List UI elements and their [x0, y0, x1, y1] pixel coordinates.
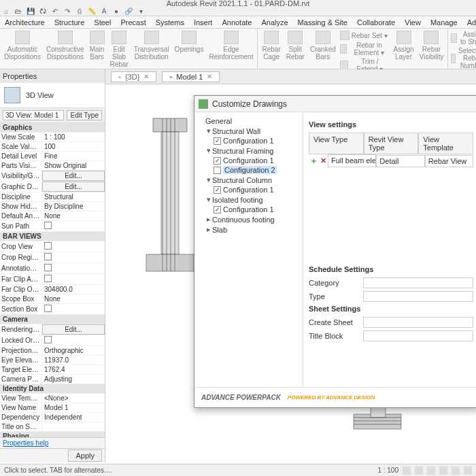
- ribbon-button[interactable]: EditSlab Rebar: [107, 30, 131, 69]
- property-row[interactable]: Scope BoxNone: [0, 294, 105, 304]
- property-value[interactable]: Independent: [42, 413, 105, 422]
- property-group[interactable]: Identity Data: [0, 384, 105, 394]
- tree-expand-icon[interactable]: ▾: [205, 195, 212, 204]
- property-value[interactable]: Model 1: [42, 403, 105, 412]
- property-value[interactable]: <None>: [42, 394, 105, 403]
- ribbon-button-small[interactable]: Rebar in Element ▾: [339, 41, 391, 57]
- ribbon-tab[interactable]: Systems: [151, 17, 189, 28]
- tree-checkbox[interactable]: ✓: [214, 206, 221, 214]
- status-icon[interactable]: [452, 466, 460, 475]
- status-icon[interactable]: [415, 466, 423, 475]
- tree-checkbox[interactable]: ✓: [214, 157, 221, 165]
- property-row[interactable]: DisciplineStructural: [0, 192, 105, 202]
- property-row[interactable]: Visibility/Graphics O...Edit...: [0, 171, 105, 182]
- grid-header-viewtemplate[interactable]: View Template: [418, 133, 473, 154]
- ribbon-button-small[interactable]: Assign to Sheet: [449, 30, 476, 46]
- delete-row-icon[interactable]: ✕: [318, 156, 328, 165]
- qat-sync-icon[interactable]: 🗘: [38, 7, 48, 16]
- grid-header-revitviewtype[interactable]: Revit View Type: [364, 133, 419, 154]
- ribbon-button[interactable]: AssignLayer: [391, 30, 417, 61]
- status-icon[interactable]: [439, 466, 447, 475]
- property-value[interactable]: [42, 426, 105, 428]
- ribbon-button[interactable]: EdgeReinforcement: [206, 30, 256, 61]
- tree-node[interactable]: ▾Isolated footing: [194, 194, 303, 205]
- property-row[interactable]: Section Box: [0, 304, 105, 315]
- ribbon-button[interactable]: AutomaticDispositions: [1, 30, 44, 61]
- property-value[interactable]: 1 : 100: [42, 133, 105, 141]
- ribbon-button[interactable]: MainBars: [87, 30, 107, 61]
- property-value[interactable]: 304800.0: [42, 285, 105, 294]
- type-selector-dropdown[interactable]: 3D View: Model 1: [3, 110, 64, 120]
- qat-open-icon[interactable]: 🗁: [14, 7, 23, 16]
- ribbon-button[interactable]: Openings: [172, 30, 207, 54]
- tree-node[interactable]: ▸Continuous footing: [194, 214, 303, 224]
- ribbon-button[interactable]: TransversalDistribution: [131, 30, 172, 61]
- qat-measure-icon[interactable]: 📏: [87, 7, 97, 16]
- property-value[interactable]: 11937.0: [42, 356, 105, 364]
- property-group[interactable]: Graphics: [0, 123, 105, 133]
- view-tab[interactable]: ▫{3D}✕: [111, 71, 156, 82]
- tree-node[interactable]: ▸Slab: [194, 224, 303, 235]
- property-value[interactable]: By Discipline: [42, 202, 105, 211]
- ribbon-button[interactable]: RebarCage: [259, 30, 283, 61]
- ribbon-tab[interactable]: Insert: [189, 17, 218, 28]
- tree-expand-icon[interactable]: ▾: [205, 126, 212, 135]
- property-row[interactable]: Graphic Display Opti...Edit...: [0, 182, 105, 192]
- qat-link-icon[interactable]: 🔗: [124, 7, 133, 16]
- ribbon-tab[interactable]: Massing & Site: [293, 17, 352, 28]
- status-icon[interactable]: [427, 466, 435, 475]
- ribbon-tab[interactable]: Add-Ins: [462, 17, 476, 28]
- view-tab[interactable]: ▫Model 1✕: [162, 71, 220, 82]
- ribbon-button[interactable]: CrankedBars: [307, 30, 339, 61]
- property-row[interactable]: Title on Sheet: [0, 422, 105, 432]
- qat-dot-icon[interactable]: ●: [112, 7, 121, 16]
- tree-checkbox[interactable]: [214, 167, 221, 174]
- property-value[interactable]: None: [42, 294, 105, 303]
- property-row[interactable]: View Scale1 : 100: [0, 133, 105, 142]
- property-value[interactable]: [42, 221, 105, 231]
- apply-button[interactable]: Apply: [68, 449, 102, 462]
- property-value[interactable]: Show Original: [42, 161, 105, 170]
- type-dropdown[interactable]: [363, 291, 473, 302]
- tree-checkbox[interactable]: ✓: [214, 137, 221, 145]
- grid-cell-revitviewtype[interactable]: Detail: [376, 155, 424, 167]
- property-row[interactable]: Crop Region Visible: [0, 252, 105, 263]
- property-row[interactable]: Projection ModeOrthographic: [0, 346, 105, 356]
- qat-print-icon[interactable]: ⎙: [75, 7, 84, 16]
- property-value[interactable]: Edit...: [42, 171, 105, 181]
- property-value[interactable]: Fine: [42, 152, 105, 160]
- ribbon-tab[interactable]: View: [400, 17, 426, 28]
- tree-node[interactable]: General: [194, 116, 303, 126]
- status-icon[interactable]: [403, 466, 411, 475]
- ribbon-tab[interactable]: Manage: [426, 17, 462, 28]
- close-icon[interactable]: ✕: [207, 73, 212, 80]
- property-value[interactable]: [42, 252, 105, 262]
- property-group[interactable]: Camera: [0, 315, 105, 324]
- status-icon[interactable]: [464, 466, 472, 475]
- qat-dropdown-icon[interactable]: ▾: [136, 7, 146, 16]
- tree-pane[interactable]: General▾Structural Wall✓Configuration 1▾…: [194, 112, 303, 387]
- category-dropdown[interactable]: [363, 277, 473, 288]
- property-value[interactable]: Orthographic: [42, 346, 105, 355]
- create-sheet-dropdown[interactable]: [363, 317, 473, 328]
- tree-node[interactable]: ▾Structural Column: [194, 175, 303, 185]
- property-row[interactable]: Default Analysis Disp...None: [0, 211, 105, 221]
- status-scale[interactable]: 1 : 100: [377, 466, 398, 474]
- property-value[interactable]: Adjusting: [42, 375, 105, 384]
- ribbon-button[interactable]: RebarVisibility: [417, 30, 447, 61]
- tree-node[interactable]: ✓Configuration 1: [194, 205, 303, 214]
- property-value[interactable]: [42, 241, 105, 252]
- property-value[interactable]: 1762.4: [42, 365, 105, 374]
- property-row[interactable]: Far Clip Active: [0, 274, 105, 285]
- close-icon[interactable]: ✕: [143, 73, 149, 80]
- qat-text-icon[interactable]: A: [99, 7, 109, 16]
- tree-node[interactable]: ✓Configuration 1: [194, 156, 303, 165]
- property-row[interactable]: Eye Elevation11937.0: [0, 356, 105, 365]
- ribbon-tab[interactable]: Structure: [50, 17, 90, 28]
- property-row[interactable]: Crop View: [0, 241, 105, 252]
- qat-home-icon[interactable]: ⌂: [1, 7, 11, 16]
- qat-redo-icon[interactable]: ↷: [63, 7, 72, 16]
- property-value[interactable]: [42, 274, 105, 284]
- property-row[interactable]: Target Elevation1762.4: [0, 365, 105, 375]
- tree-node[interactable]: ✓Configuration 1: [194, 136, 303, 146]
